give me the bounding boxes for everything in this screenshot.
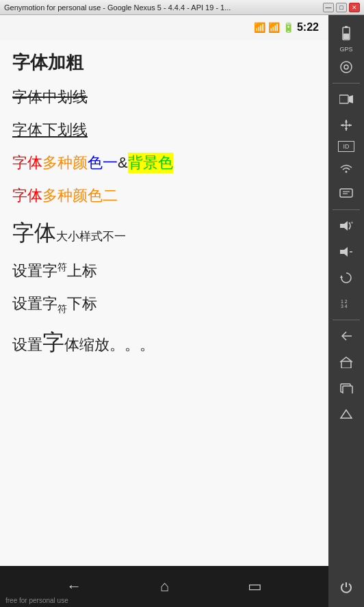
svg-rect-2 [343, 34, 349, 39]
scale-prefix: 设置 [12, 335, 42, 355]
multicolor-line2: 字体 多种颜色二 [12, 185, 316, 206]
main-wrapper: 📶 📶 🔋 5:22 字体加粗 字体中划线 字体下划线 [0, 15, 364, 607]
content-area: 字体加粗 字体中划线 字体下划线 字体 多种颜 色一 & 背景色 字体 多种颜色 [0, 40, 328, 566]
svg-text:+: + [350, 220, 353, 226]
vol-down-icon[interactable] [331, 240, 361, 264]
title-bar-controls: — □ ✕ [323, 3, 360, 12]
svg-marker-9 [345, 120, 348, 122]
status-bar: 📶 📶 🔋 5:22 [0, 15, 328, 40]
svg-rect-5 [339, 95, 348, 103]
gps-label: GPS [339, 47, 352, 53]
sidebar-divider-1 [333, 83, 360, 83]
svg-marker-6 [349, 95, 353, 103]
scale-suffix: 体缩放。。。 [64, 335, 155, 355]
multicolor-line1: 字体 多种颜 色一 & 背景色 [12, 153, 316, 173]
subscript-line: 设置字符下标 [12, 294, 316, 315]
svg-rect-27 [343, 386, 352, 393]
mixed-large: 字体 [12, 218, 56, 248]
svg-marker-21 [340, 275, 343, 278]
back-hw-icon[interactable] [331, 324, 361, 348]
bottom-nav-bar: free for personal use ← ⌂ ▭ [0, 566, 328, 607]
rotate-icon[interactable] [331, 266, 361, 290]
svg-rect-1 [345, 26, 348, 28]
signal-status-icon: 📶 [268, 22, 280, 33]
maximize-button[interactable]: □ [336, 3, 347, 12]
svg-rect-25 [341, 361, 351, 368]
status-icons: 📶 📶 🔋 5:22 [254, 21, 319, 34]
multicolor2-orange: 多种颜色二 [42, 185, 118, 206]
battery-icon[interactable] [331, 21, 361, 45]
svg-point-4 [344, 65, 348, 69]
close-button[interactable]: ✕ [349, 3, 360, 12]
multicolor-bg: 背景色 [128, 153, 173, 173]
sidebar-divider-3 [333, 320, 360, 320]
watermark-label: free for personal use [5, 597, 68, 604]
video-icon[interactable] [331, 87, 361, 112]
vol-up-icon[interactable]: + [331, 214, 361, 238]
strikethrough-text-line: 字体中划线 [12, 87, 316, 107]
right-sidebar: GPS ID + 1 23 4 [328, 15, 364, 607]
multicolor-blue: 色一 [88, 153, 118, 173]
home-hw-icon[interactable] [331, 350, 361, 374]
sub-suffix: 下标 [67, 295, 97, 312]
sub-base: 字 [42, 295, 57, 312]
wifi-status-icon: 📶 [254, 22, 265, 33]
underline-text-line: 字体下划线 [12, 120, 316, 140]
move-icon[interactable] [331, 113, 361, 138]
super-prefix: 设置 [12, 262, 42, 279]
recent-nav-icon[interactable]: ▭ [248, 578, 262, 595]
home-nav-icon[interactable]: ⌂ [160, 578, 169, 595]
scale-line: 设置 字 体缩放。。。 [12, 328, 316, 358]
svg-marker-12 [349, 124, 352, 127]
camera-icon[interactable] [331, 55, 361, 79]
svg-marker-19 [340, 247, 348, 257]
numbers-icon[interactable]: 1 23 4 [331, 292, 361, 316]
super-base: 字 [42, 262, 57, 279]
wifi-icon[interactable] [331, 155, 361, 180]
message-icon[interactable] [331, 181, 361, 206]
title-bar-text: Genymotion for personal use - Google Nex… [4, 3, 231, 12]
back-nav-icon[interactable]: ← [66, 578, 81, 595]
mixed-small: 大小样式不一 [56, 229, 126, 244]
sub-prefix: 设置 [12, 295, 42, 312]
svg-marker-28 [341, 410, 352, 418]
sidebar-divider-2 [333, 209, 360, 210]
svg-text:3 4: 3 4 [341, 304, 348, 309]
multicolor-red: 字体 [12, 153, 42, 173]
superscript-line: 设置字符上标 [12, 261, 316, 281]
svg-marker-11 [341, 124, 343, 127]
status-time: 5:22 [297, 21, 319, 34]
battery-status-icon: 🔋 [283, 22, 294, 33]
multicolor2-red: 字体 [12, 185, 42, 206]
id-label: ID [338, 141, 354, 152]
multicolor-amp: & [118, 154, 128, 172]
mixed-size-line: 字体 大小样式不一 [12, 218, 316, 248]
svg-rect-14 [340, 189, 352, 197]
svg-point-3 [341, 62, 352, 73]
power-icon[interactable] [331, 576, 361, 600]
title-bar: Genymotion for personal use - Google Nex… [0, 0, 364, 15]
super-suffix: 上标 [67, 262, 97, 279]
phone-frame: 📶 📶 🔋 5:22 字体加粗 字体中划线 字体下划线 [0, 15, 328, 607]
subscript: 符 [57, 303, 67, 314]
multicolor-orange: 多种颜 [42, 153, 88, 173]
svg-marker-10 [345, 128, 348, 131]
scale-large-char: 字 [42, 328, 64, 358]
superscript: 符 [57, 261, 67, 272]
minimize-button[interactable]: — [323, 3, 334, 12]
svg-marker-17 [340, 221, 348, 231]
svg-text:1 2: 1 2 [341, 299, 348, 304]
svg-point-13 [346, 170, 348, 172]
recent-hw-icon[interactable] [331, 376, 361, 400]
bold-text-line: 字体加粗 [12, 51, 316, 75]
triangle-hw-icon[interactable] [331, 402, 361, 426]
